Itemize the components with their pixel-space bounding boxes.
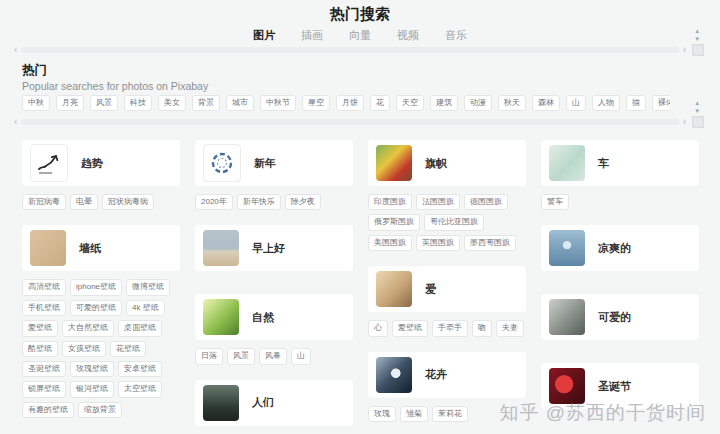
category-card[interactable]: 新年 <box>195 140 353 186</box>
hot-search-tag[interactable]: 动漫 <box>464 95 492 111</box>
hot-search-tag[interactable]: 秋天 <box>498 95 526 111</box>
search-tag[interactable]: 印度国旗 <box>368 194 412 210</box>
search-tag[interactable]: 警车 <box>541 194 569 210</box>
search-tag[interactable]: 4k 壁纸 <box>126 300 165 316</box>
search-tag[interactable]: 茉莉花 <box>432 406 468 422</box>
hot-search-tag[interactable]: 裸体 <box>652 95 670 111</box>
category-tags: 新冠病毒电晕冠状病毒病 <box>22 194 180 210</box>
hot-search-tag[interactable]: 美女 <box>158 95 186 111</box>
search-tag[interactable]: 墨西哥国旗 <box>464 235 516 251</box>
search-tag[interactable]: 法国国旗 <box>416 194 460 210</box>
category-card[interactable]: 旗帜 <box>368 140 526 186</box>
scrollbar-thumb[interactable] <box>21 119 678 125</box>
hot-search-tag[interactable]: 森林 <box>532 95 560 111</box>
hot-search-tag[interactable]: 人物 <box>592 95 620 111</box>
search-tag[interactable]: 哥伦比亚国旗 <box>424 214 484 230</box>
search-tag[interactable]: 除夕夜 <box>285 194 321 210</box>
search-tag[interactable]: 美国国旗 <box>368 235 412 251</box>
search-tag[interactable]: 风景 <box>227 348 255 364</box>
search-tag[interactable]: 高清壁纸 <box>22 279 66 295</box>
search-tag[interactable]: 玫瑰 <box>368 406 396 422</box>
category-card[interactable]: 爱 <box>368 266 526 312</box>
search-tag[interactable]: 手牵手 <box>432 320 468 336</box>
search-tag[interactable]: 花壁纸 <box>110 341 146 357</box>
search-tag[interactable]: 冠状病毒病 <box>102 194 154 210</box>
search-tag[interactable]: 太空壁纸 <box>118 381 162 397</box>
search-tag[interactable]: 德国国旗 <box>464 194 508 210</box>
category-group: 车警车 <box>541 140 699 210</box>
hot-search-tag[interactable]: 山 <box>566 95 586 111</box>
search-tag[interactable]: 桌面壁纸 <box>118 320 162 336</box>
hot-search-tag[interactable]: 月亮 <box>56 95 84 111</box>
scroll-left-icon[interactable]: ‹ <box>14 45 17 55</box>
hot-search-tag[interactable]: 中秋节 <box>260 95 296 111</box>
search-tag[interactable]: 2020年 <box>195 194 233 210</box>
hot-search-tag[interactable]: 猫 <box>626 95 646 111</box>
search-tag[interactable]: 可爱的壁纸 <box>70 300 122 316</box>
christmas-photo-icon <box>549 368 585 404</box>
search-tag[interactable]: 安卓壁纸 <box>118 361 162 377</box>
horizontal-scrollbar-tabs[interactable]: ‹ › <box>14 44 686 56</box>
search-tag[interactable]: 爱壁纸 <box>392 320 428 336</box>
category-card[interactable]: 趋势 <box>22 140 180 186</box>
search-tag[interactable]: iphone壁纸 <box>70 279 122 295</box>
category-card[interactable]: 墙纸 <box>22 225 180 271</box>
hot-search-tag[interactable]: 月饼 <box>336 95 364 111</box>
hot-search-tag[interactable]: 花 <box>370 95 390 111</box>
hot-search-tag[interactable]: 风景 <box>90 95 118 111</box>
category-card[interactable]: 车 <box>541 140 699 186</box>
hot-search-tag[interactable]: 科技 <box>124 95 152 111</box>
horizontal-scrollbar-tags[interactable]: ‹ › <box>14 116 686 128</box>
search-tag[interactable]: 玫瑰壁纸 <box>70 361 114 377</box>
search-tag[interactable]: 心 <box>368 320 388 336</box>
search-tag[interactable]: 山 <box>291 348 311 364</box>
scroll-left-icon[interactable]: ‹ <box>14 117 17 127</box>
flower-photo-icon <box>376 357 412 393</box>
hot-search-tag[interactable]: 城市 <box>226 95 254 111</box>
search-tag[interactable]: 缩放背景 <box>78 402 122 418</box>
search-tag[interactable]: 新年快乐 <box>237 194 281 210</box>
category-card[interactable]: 早上好 <box>195 225 353 271</box>
search-tag[interactable]: 新冠病毒 <box>22 194 66 210</box>
search-tag[interactable]: 圣诞壁纸 <box>22 361 66 377</box>
search-tag[interactable]: 日落 <box>195 348 223 364</box>
vertical-scroll-arrows[interactable]: ▴ ▾ <box>695 99 699 115</box>
hot-search-tag[interactable]: 星空 <box>302 95 330 111</box>
scrollbar-thumb[interactable] <box>21 47 678 53</box>
search-tag[interactable]: 爱壁纸 <box>22 320 58 336</box>
search-tag[interactable]: 俄罗斯国旗 <box>368 214 420 230</box>
scroll-up-icon[interactable]: ▴ <box>695 99 699 107</box>
category-card[interactable]: 花卉 <box>368 352 526 398</box>
category-card[interactable]: 可爱的 <box>541 294 699 340</box>
scroll-right-icon[interactable]: › <box>683 45 686 55</box>
category-card[interactable]: 自然 <box>195 294 353 340</box>
search-tag[interactable]: 夫妻 <box>496 320 524 336</box>
scroll-down-icon[interactable]: ▾ <box>695 107 699 115</box>
search-tag[interactable]: 银河壁纸 <box>70 381 114 397</box>
category-tags: 高清壁纸iphone壁纸微博壁纸手机壁纸可爱的壁纸4k 壁纸爱壁纸大自然壁纸桌面… <box>22 279 180 418</box>
search-tag[interactable]: 锁屏壁纸 <box>22 381 66 397</box>
section-subtitle: Popular searches for photos on Pixabay <box>22 80 208 92</box>
fireworks-icon <box>203 144 241 182</box>
search-tag[interactable]: 女孩壁纸 <box>62 341 106 357</box>
hot-search-tag[interactable]: 背景 <box>192 95 220 111</box>
category-card[interactable]: 人们 <box>195 380 353 426</box>
search-tag[interactable]: 风暴 <box>259 348 287 364</box>
vertical-scroll-arrows[interactable]: ▴ ▾ <box>695 27 699 43</box>
scroll-up-icon[interactable]: ▴ <box>695 27 699 35</box>
search-tag[interactable]: 雏菊 <box>400 406 428 422</box>
search-tag[interactable]: 微博壁纸 <box>126 279 170 295</box>
scroll-right-icon[interactable]: › <box>683 117 686 127</box>
hot-search-tag[interactable]: 建筑 <box>430 95 458 111</box>
hot-search-tag[interactable]: 中秋 <box>22 95 50 111</box>
search-tag[interactable]: 大自然壁纸 <box>62 320 114 336</box>
search-tag[interactable]: 手机壁纸 <box>22 300 66 316</box>
search-tag[interactable]: 有趣的壁纸 <box>22 402 74 418</box>
hot-search-tag[interactable]: 天空 <box>396 95 424 111</box>
search-tag[interactable]: 英国国旗 <box>416 235 460 251</box>
scroll-down-icon[interactable]: ▾ <box>695 35 699 43</box>
search-tag[interactable]: 酷壁纸 <box>22 341 58 357</box>
search-tag[interactable]: 吻 <box>472 320 492 336</box>
category-card[interactable]: 凉爽的 <box>541 225 699 271</box>
search-tag[interactable]: 电晕 <box>70 194 98 210</box>
